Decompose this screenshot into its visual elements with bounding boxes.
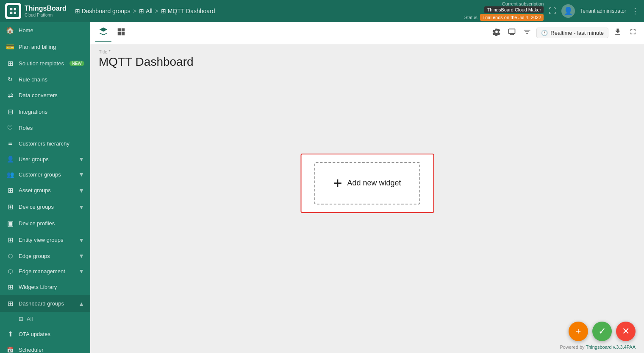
breadcrumb-label-1: Dashboard groups xyxy=(82,8,130,14)
edge-management-chevron: ▼ xyxy=(78,268,84,275)
sidebar-label-device-groups: Device groups xyxy=(19,204,74,210)
settings-button[interactable] xyxy=(491,26,502,40)
sidebar-item-dashboard-groups[interactable]: ⊞ Dashboard groups ▲ xyxy=(0,295,90,312)
widgets-library-icon: ⊞ xyxy=(6,283,14,291)
dashboard-area: Title * MQTT Dashboard + Add new widget … xyxy=(90,44,644,353)
save-fab-icon: ✓ xyxy=(598,326,606,337)
sidebar-label-dashboard-groups: Dashboard groups xyxy=(19,300,74,307)
cancel-fab-button[interactable]: ✕ xyxy=(616,322,636,341)
download-button[interactable] xyxy=(612,26,624,40)
edge-management-icon: ⬡ xyxy=(6,268,14,275)
edge-groups-icon: ⬡ xyxy=(6,253,14,259)
time-selector[interactable]: 🕐 Realtime - last minute xyxy=(536,28,608,38)
add-fab-button[interactable]: + xyxy=(569,322,588,341)
roles-icon: 🛡 xyxy=(6,124,14,131)
top-right-area: Current subscription ThingsBoard Cloud M… xyxy=(464,1,639,21)
sidebar-sub-item-all[interactable]: ⊞ All xyxy=(0,312,90,326)
customer-groups-chevron: ▼ xyxy=(78,171,84,178)
sidebar-item-edge-management[interactable]: ⬡ Edge management ▼ xyxy=(0,263,90,279)
mqtt-icon: ⊞ xyxy=(161,8,166,14)
sidebar-item-asset-groups[interactable]: ⊞ Asset groups ▼ xyxy=(0,182,90,199)
sidebar-item-ota-updates[interactable]: ⬆ OTA updates xyxy=(0,326,90,342)
sidebar-item-customers-hierarchy[interactable]: ≡ Customers hierarchy xyxy=(0,135,90,151)
filter-button[interactable] xyxy=(521,26,533,40)
sidebar-item-customer-groups[interactable]: 👥 Customer groups ▼ xyxy=(0,167,90,182)
fullscreen-button[interactable]: ⛶ xyxy=(549,7,556,16)
breadcrumb-label-2: All xyxy=(146,8,153,14)
asset-groups-icon: ⊞ xyxy=(6,186,14,194)
customer-groups-icon: 👥 xyxy=(6,171,14,178)
sidebar-label-hierarchy: Customers hierarchy xyxy=(19,140,84,147)
user-groups-icon: 👤 xyxy=(6,156,14,162)
sidebar-label-entity-view: Entity view groups xyxy=(19,237,74,243)
device-preview-button[interactable] xyxy=(506,26,518,40)
sidebar-item-widgets-library[interactable]: ⊞ Widgets Library xyxy=(0,279,90,295)
subscription-label: Current subscription xyxy=(502,1,544,6)
sidebar-item-entity-view-groups[interactable]: ⊞ Entity view groups ▼ xyxy=(0,232,90,248)
tab-layers[interactable] xyxy=(95,24,111,42)
sidebar-label-edge-management: Edge management xyxy=(19,268,74,275)
sidebar-item-home[interactable]: 🏠 Home xyxy=(0,22,90,39)
svg-rect-0 xyxy=(7,5,19,17)
sidebar-label-edge-groups: Edge groups xyxy=(19,253,74,259)
sidebar-item-integrations[interactable]: ⊟ Integrations xyxy=(0,104,90,120)
hierarchy-icon: ≡ xyxy=(6,140,14,147)
sidebar-item-user-groups[interactable]: 👤 User groups ▼ xyxy=(0,151,90,167)
sidebar-item-roles[interactable]: 🛡 Roles xyxy=(0,120,90,135)
sidebar-label-roles: Roles xyxy=(19,125,84,131)
device-groups-icon: ⊞ xyxy=(6,203,14,211)
user-groups-chevron: ▼ xyxy=(78,156,84,162)
breadcrumb-all[interactable]: ⊞ All xyxy=(139,8,153,14)
add-widget-outer: + Add new widget xyxy=(300,154,434,213)
sidebar-item-scheduler[interactable]: 📅 Scheduler xyxy=(0,342,90,353)
rule-chains-icon: ↻ xyxy=(6,76,14,83)
scheduler-icon: 📅 xyxy=(6,347,14,353)
breadcrumb: ⊞ Dashboard groups > ⊞ All > ⊞ MQTT Dash… xyxy=(75,8,464,14)
tenant-label: Tenant administrator xyxy=(580,8,626,14)
integrations-icon: ⊟ xyxy=(6,108,14,116)
sidebar-item-device-groups[interactable]: ⊞ Device groups ▼ xyxy=(0,199,90,215)
asset-groups-chevron: ▼ xyxy=(78,187,84,194)
sidebar-item-rule-chains[interactable]: ↻ Rule chains xyxy=(0,72,90,87)
sidebar-item-device-profiles[interactable]: ▣ Device profiles xyxy=(0,215,90,232)
breadcrumb-mqtt[interactable]: ⊞ MQTT Dashboard xyxy=(161,8,215,14)
add-new-widget-button[interactable]: + Add new widget xyxy=(314,162,420,205)
toolbar-right: 🕐 Realtime - last minute xyxy=(491,26,639,40)
sidebar-label-home: Home xyxy=(19,27,84,34)
sidebar-item-data-converters[interactable]: ⇄ Data converters xyxy=(0,87,90,104)
more-options-button[interactable]: ⋮ xyxy=(631,6,639,16)
sidebar-label-plan: Plan and billing xyxy=(19,44,84,50)
powered-by-link[interactable]: Thingsboard v.3.3.4PAA xyxy=(586,345,636,350)
sidebar-sub-label-all: All xyxy=(27,316,33,322)
sidebar-label-asset-groups: Asset groups xyxy=(19,187,74,193)
breadcrumb-sep-2: > xyxy=(155,8,158,14)
sidebar: 🏠 Home 💳 Plan and billing ⊞ Solution tem… xyxy=(0,22,90,353)
logo-icon xyxy=(5,3,21,19)
logo-subtitle: Cloud Platform xyxy=(25,13,67,18)
tab-grid[interactable] xyxy=(113,25,129,41)
status-badge: Trial ends on the Jul 4, 2022 xyxy=(480,14,544,21)
clock-icon: 🕐 xyxy=(541,30,548,36)
expand-button[interactable] xyxy=(627,26,639,40)
billing-icon: 💳 xyxy=(6,43,14,51)
add-fab-icon: + xyxy=(576,326,581,337)
dashboard-groups-chevron: ▲ xyxy=(78,300,84,307)
device-profiles-icon: ▣ xyxy=(6,219,14,227)
save-fab-button[interactable]: ✓ xyxy=(592,322,612,341)
sidebar-label-rules: Rule chains xyxy=(19,76,84,83)
templates-icon: ⊞ xyxy=(6,59,14,67)
entity-view-icon: ⊞ xyxy=(6,236,14,244)
converters-icon: ⇄ xyxy=(6,91,14,99)
dashboard-groups-sidebar-icon: ⊞ xyxy=(6,300,14,308)
sidebar-item-plan-billing[interactable]: 💳 Plan and billing xyxy=(0,39,90,55)
all-icon: ⊞ xyxy=(139,8,144,14)
user-avatar[interactable]: 👤 xyxy=(561,4,575,18)
sidebar-label-customer-groups: Customer groups xyxy=(19,171,74,178)
sidebar-item-solution-templates[interactable]: ⊞ Solution templates NEW xyxy=(0,55,90,72)
all-sub-icon: ⊞ xyxy=(19,316,23,322)
sidebar-label-solution: Solution templates xyxy=(19,60,65,67)
breadcrumb-dashboard-groups[interactable]: ⊞ Dashboard groups xyxy=(75,8,130,14)
logo[interactable]: ThingsBoard Cloud Platform xyxy=(5,3,67,19)
toolbar-left xyxy=(95,24,129,42)
sidebar-item-edge-groups[interactable]: ⬡ Edge groups ▼ xyxy=(0,248,90,263)
